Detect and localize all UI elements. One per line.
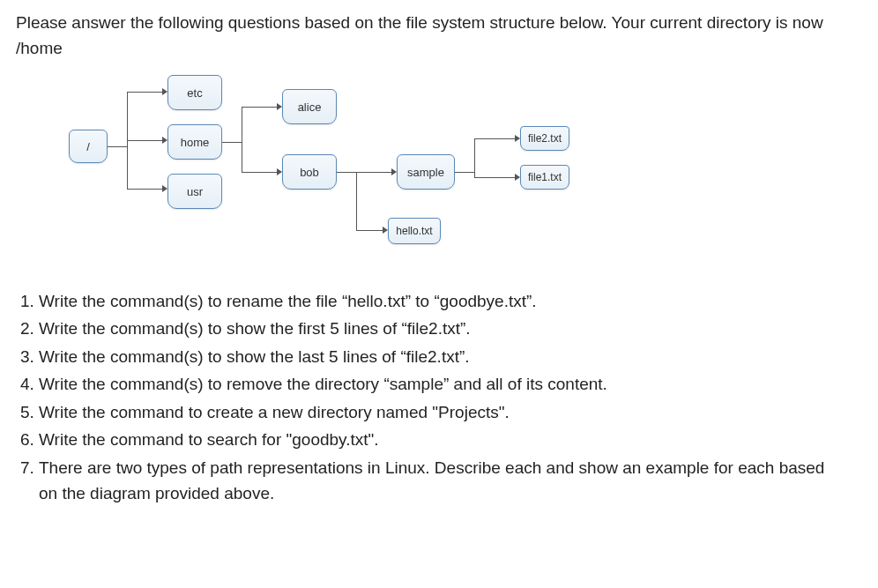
- question-2: Write the command(s) to show the first 5…: [39, 316, 862, 341]
- question-7-text-a: There are two types of path representati…: [39, 458, 824, 477]
- question-7: There are two types of path representati…: [39, 455, 862, 507]
- question-5: Write the command to create a new direct…: [39, 399, 862, 425]
- node-alice: alice: [282, 89, 337, 124]
- instruction-line-2: /home: [16, 39, 63, 57]
- question-7-text-b: on the diagram provided above.: [39, 484, 274, 502]
- question-4-text: Write the command(s) to remove the direc…: [39, 375, 607, 393]
- filesystem-diagram: / etc home usr alice bob sample he: [69, 70, 703, 264]
- question-list: Write the command(s) to rename the file …: [16, 288, 862, 507]
- node-bob: bob: [282, 154, 337, 190]
- node-file1: file1.txt: [520, 165, 569, 190]
- node-home-label: home: [181, 136, 210, 149]
- node-root-label: /: [86, 140, 90, 153]
- node-root: /: [69, 130, 108, 163]
- node-etc-label: etc: [187, 86, 202, 100]
- question-1: Write the command(s) to rename the file …: [39, 288, 862, 314]
- question-1-text: Write the command(s) to rename the file …: [39, 292, 537, 310]
- node-etc: etc: [167, 75, 222, 110]
- question-2-text: Write the command(s) to show the first 5…: [39, 319, 471, 338]
- node-file1-label: file1.txt: [528, 171, 562, 183]
- node-alice-label: alice: [298, 100, 322, 114]
- node-usr-label: usr: [187, 185, 203, 198]
- node-sample: sample: [397, 154, 455, 190]
- instruction-text: Please answer the following questions ba…: [16, 11, 862, 61]
- node-hello-label: hello.txt: [396, 225, 432, 237]
- node-file2-label: file2.txt: [528, 132, 562, 145]
- question-6: Write the command to search for "goodby.…: [39, 427, 862, 452]
- question-6-text: Write the command to search for "goodby.…: [39, 430, 379, 449]
- node-home: home: [167, 124, 222, 160]
- question-4: Write the command(s) to remove the direc…: [39, 371, 862, 397]
- question-3-text: Write the command(s) to show the last 5 …: [39, 347, 470, 366]
- node-hello: hello.txt: [388, 218, 441, 244]
- instruction-line-1: Please answer the following questions ba…: [16, 13, 823, 32]
- node-usr: usr: [167, 174, 222, 209]
- question-3: Write the command(s) to show the last 5 …: [39, 344, 862, 369]
- node-sample-label: sample: [407, 166, 444, 179]
- question-5-text: Write the command to create a new direct…: [39, 403, 510, 421]
- node-bob-label: bob: [300, 166, 319, 179]
- node-file2: file2.txt: [520, 126, 569, 151]
